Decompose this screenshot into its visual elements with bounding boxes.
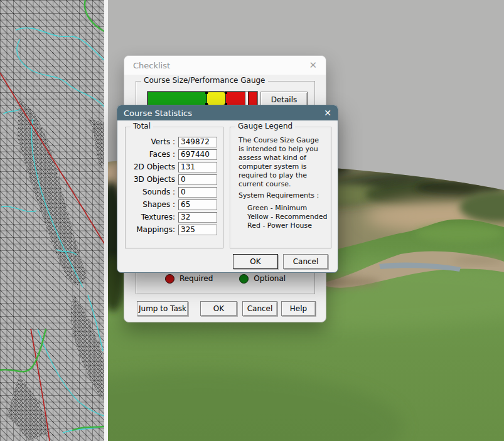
gauge-legend-label: Gauge Legend [235,122,295,130]
stat-label-sounds: Sounds : [128,188,178,196]
stat-value-textures[interactable]: 32 [178,212,217,223]
stats-title: Course Statistics [124,109,192,118]
stat-label-shapes: Shapes : [128,200,178,209]
gauge-legend-groupbox: Gauge Legend The Course Size Gauge is in… [230,127,331,248]
stat-label-verts: Verts : [128,137,178,146]
stat-label-2d-objects: 2D Objects [128,162,178,171]
stat-label-mappings: Mappings: [128,225,178,234]
gauge-green-segment [147,92,206,105]
mesh-wireframe-viewport[interactable] [0,0,104,441]
gauge-handle [205,92,208,94]
app-screen: Checklist ✕ Course Size/Performance Gaug… [0,0,504,441]
stat-label-3d-objects: 3D Objects [128,175,178,184]
optional-label: Optional [254,274,286,283]
stat-value-shapes[interactable]: 65 [178,199,217,210]
checklist-cancel-button[interactable]: Cancel [242,301,277,316]
stat-value-3d-objects[interactable]: 0 [178,174,217,185]
stat-row-verts: Verts : 349872 [128,135,217,148]
stat-row-shapes: Shapes : 65 [128,198,217,211]
stat-row-mappings: Mappings: 325 [128,223,217,236]
gauge-group-label: Course Size/Performance Gauge [141,76,268,85]
stat-value-faces[interactable]: 697440 [178,149,217,160]
stat-label-faces: Faces : [128,150,178,159]
required-legend-item: Required [165,274,213,284]
stat-row-faces: Faces : 697440 [128,148,217,161]
stat-row-sounds: Sounds : 0 [128,186,217,198]
stat-row-textures: Textures: 32 [128,211,217,223]
stat-row-2d-objects: 2D Objects 131 [128,161,217,173]
course-statistics-dialog: Course Statistics ✕ Total Verts : 349872… [117,105,338,273]
stat-value-mappings[interactable]: 325 [178,225,217,235]
gauge-legend-description: The Course Size Gauge is intended to hel… [239,136,325,189]
stat-value-verts[interactable]: 349872 [178,137,217,147]
gauge-red-segment [226,92,245,105]
checklist-help-button[interactable]: Help [281,301,316,316]
stats-close-icon[interactable]: ✕ [324,109,331,117]
requirement-green: Green - Minimum [247,204,307,213]
checklist-title: Checklist [133,61,170,70]
jump-to-task-button[interactable]: Jump to Task [137,301,188,316]
required-label: Required [180,274,213,283]
stat-value-2d-objects[interactable]: 131 [178,162,217,173]
gauge-yellow-segment [206,92,226,105]
optional-legend-item: Optional [239,274,286,284]
course-size-gauge[interactable] [147,91,258,106]
stat-value-sounds[interactable]: 0 [178,187,217,198]
stats-cancel-button[interactable]: Cancel [283,254,328,269]
total-group-label: Total [131,122,153,130]
total-groupbox: Total Verts : 349872 Faces : 697440 2D O… [125,127,223,248]
checklist-titlebar[interactable]: Checklist ✕ [124,56,326,75]
stat-label-textures: Textures: [128,213,178,221]
required-dot-icon [165,274,174,284]
requirement-yellow: Yellow - Recommended [247,213,327,221]
gauge-marker [248,92,257,105]
system-requirements-heading: System Requirements : [239,191,319,199]
checklist-ok-button[interactable]: OK [200,301,237,316]
gauge-handle [225,92,227,94]
checklist-close-icon[interactable]: ✕ [309,61,317,70]
optional-dot-icon [239,274,249,284]
stat-row-3d-objects: 3D Objects 0 [128,173,217,186]
stats-titlebar[interactable]: Course Statistics ✕ [117,105,338,120]
stats-ok-button[interactable]: OK [233,254,278,269]
requirement-red: Red - Power House [247,221,312,230]
